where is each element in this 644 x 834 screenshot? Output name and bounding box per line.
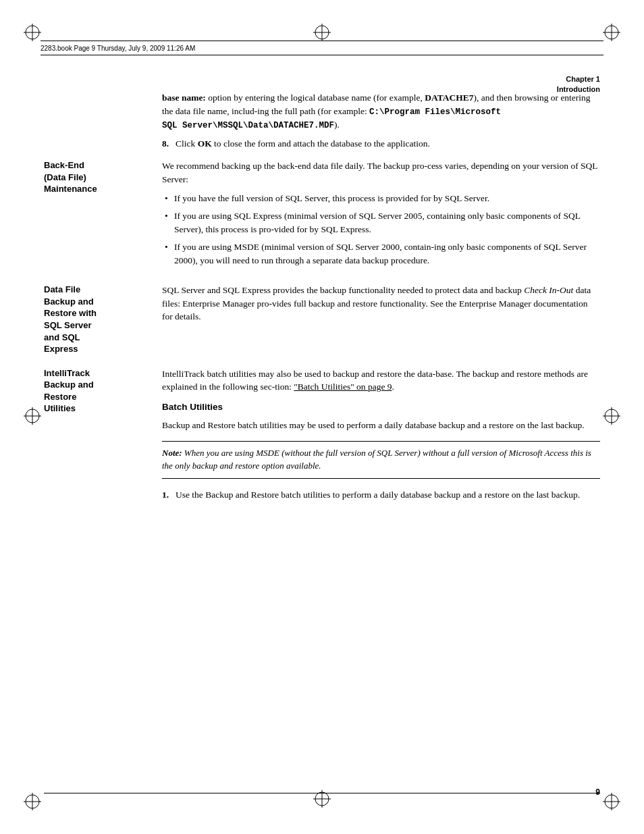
content-area: base name: option by entering the logica… — [44, 91, 600, 773]
path-code: C:\Program Files\MicrosoftSQL Server\MSS… — [162, 107, 501, 130]
step-8: 8. Click OK to close the form and attach… — [162, 137, 600, 151]
page-number: 9 — [595, 787, 600, 797]
bottom-bar — [44, 793, 600, 793]
back-end-bullets: If you have the full version of SQL Serv… — [162, 192, 600, 267]
back-end-heading-col: Back-End(Data File)Maintenance — [44, 159, 162, 271]
data-file-backup-section: Data FileBackup andRestore withSQL Serve… — [44, 284, 600, 355]
bullet-3: If you are using MSDE (minimal version o… — [162, 240, 600, 267]
intellitrack-content: IntelliTrack batch utilities may also be… — [162, 367, 600, 507]
metadata-text: 2283.book Page 9 Thursday, July 9, 2009 … — [41, 45, 195, 52]
batch-utilities-link[interactable]: "Batch Utilities" on page 9 — [294, 382, 392, 392]
intellitrack-heading-col: IntelliTrackBackup andRestoreUtilities — [44, 367, 162, 507]
base-name-label: base name: — [162, 93, 206, 103]
batch-utilities-heading: Batch Utilities — [162, 402, 600, 412]
datache7-bold: DATACHE7 — [425, 93, 473, 103]
batch-utilities-section: Batch Utilities Backup and Restore batch… — [162, 402, 600, 502]
bullet-2: If you are using SQL Express (minimal ve… — [162, 209, 600, 236]
back-end-heading: Back-End(Data File)Maintenance — [44, 159, 152, 195]
intro-paragraph: base name: option by entering the logica… — [44, 91, 600, 150]
back-end-section: Back-End(Data File)Maintenance We recomm… — [44, 159, 600, 271]
reg-mark-right — [599, 404, 624, 431]
data-file-heading: Data FileBackup andRestore withSQL Serve… — [44, 284, 152, 355]
intellitrack-body: IntelliTrack batch utilities may also be… — [162, 367, 600, 394]
metadata-bar: 2283.book Page 9 Thursday, July 9, 2009 … — [41, 41, 603, 55]
note-text: Note: When you are using MSDE (without t… — [162, 447, 600, 473]
back-end-body: We recommend backing up the back-end dat… — [162, 159, 600, 186]
check-in-out-italic: Check In-Out — [524, 285, 573, 295]
chapter-label: Chapter 1 — [557, 74, 600, 84]
reg-mark-left — [20, 404, 45, 431]
step-8-text: Click OK to close the form and attach th… — [176, 138, 430, 149]
intellitrack-heading: IntelliTrackBackup andRestoreUtilities — [44, 367, 152, 415]
corner-mark-br — [599, 789, 624, 814]
step-1-number: 1. — [162, 488, 169, 502]
bullet-1: If you have the full version of SQL Serv… — [162, 192, 600, 205]
intro-text: base name: option by entering the logica… — [162, 91, 600, 132]
note-content: When you are using MSDE (without the ful… — [162, 448, 591, 471]
reg-mark-bottom — [310, 787, 334, 814]
intellitrack-section: IntelliTrackBackup andRestoreUtilities I… — [44, 367, 600, 507]
step-1-text: Use the Backup and Restore batch utiliti… — [176, 490, 580, 500]
note-box: Note: When you are using MSDE (without t… — [162, 441, 600, 479]
data-file-body: SQL Server and SQL Express provides the … — [162, 284, 600, 323]
step-8-number: 8. — [162, 137, 169, 151]
data-file-heading-col: Data FileBackup andRestore withSQL Serve… — [44, 284, 162, 355]
back-end-content: We recommend backing up the back-end dat… — [162, 159, 600, 271]
page: 2283.book Page 9 Thursday, July 9, 2009 … — [0, 0, 644, 834]
note-label: Note: — [162, 448, 182, 458]
corner-mark-bl — [20, 789, 45, 814]
batch-utilities-body: Backup and Restore batch utilities may b… — [162, 419, 600, 432]
data-file-content: SQL Server and SQL Express provides the … — [162, 284, 600, 355]
ok-bold: OK — [198, 138, 212, 149]
step-1: 1. Use the Backup and Restore batch util… — [162, 488, 600, 502]
